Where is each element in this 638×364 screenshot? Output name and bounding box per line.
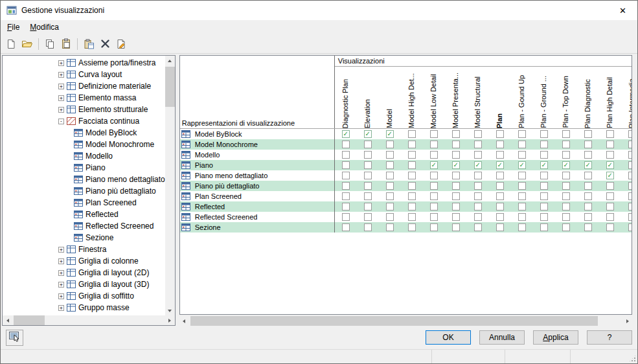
scroll-down-button[interactable] <box>165 306 175 315</box>
select-objects-button[interactable] <box>6 330 23 346</box>
checkbox-unchecked[interactable] <box>628 203 632 210</box>
delete-button[interactable] <box>97 36 113 52</box>
checkbox-unchecked[interactable] <box>430 223 438 231</box>
checkbox-unchecked[interactable] <box>606 192 614 200</box>
checkbox-unchecked[interactable] <box>562 172 570 179</box>
checkbox-unchecked[interactable] <box>584 141 592 148</box>
checkbox-unchecked[interactable] <box>562 130 570 138</box>
checkbox-unchecked[interactable] <box>540 172 548 179</box>
checkbox-unchecked[interactable] <box>628 151 632 159</box>
checkbox-unchecked[interactable] <box>584 182 592 190</box>
checkbox-checked[interactable]: ✓ <box>364 130 372 138</box>
checkbox-unchecked[interactable] <box>540 130 548 138</box>
table-row-reflected[interactable]: Reflected <box>180 201 632 212</box>
checkbox-unchecked[interactable] <box>364 203 372 210</box>
checkbox-unchecked[interactable] <box>496 172 504 179</box>
checkbox-unchecked[interactable] <box>452 172 460 179</box>
checkbox-unchecked[interactable] <box>342 223 350 231</box>
tree-expander-icon[interactable]: + <box>58 84 64 89</box>
tree-expander-icon[interactable]: - <box>58 119 64 124</box>
checkbox-unchecked[interactable] <box>540 151 548 159</box>
checkbox-unchecked[interactable] <box>342 151 350 159</box>
new-file-button[interactable] <box>3 36 19 52</box>
checkbox-unchecked[interactable] <box>430 203 438 210</box>
checkbox-unchecked[interactable] <box>518 213 526 221</box>
checkbox-unchecked[interactable] <box>408 223 416 231</box>
table-row-reflected-screened[interactable]: Reflected Screened <box>180 212 632 222</box>
checkbox-unchecked[interactable] <box>386 182 394 190</box>
tree-item-definizione-materiale[interactable]: +Definizione materiale <box>3 80 165 92</box>
checkbox-checked[interactable]: ✓ <box>342 130 350 138</box>
column-header-model-high-det[interactable]: Model High Det... <box>401 67 423 128</box>
tree-item-griglia-di-colonne[interactable]: +Griglia di colonne <box>3 255 165 267</box>
checkbox-unchecked[interactable] <box>496 182 504 190</box>
checkbox-unchecked[interactable] <box>628 223 632 231</box>
checkbox-unchecked[interactable] <box>408 192 416 200</box>
checkbox-unchecked[interactable] <box>518 182 526 190</box>
checkbox-checked[interactable]: ✓ <box>606 161 614 169</box>
checkbox-unchecked[interactable] <box>518 151 526 159</box>
checkbox-unchecked[interactable] <box>430 141 438 148</box>
checkbox-unchecked[interactable] <box>562 192 570 200</box>
tree-item-reflected-screened[interactable]: Reflected Screened <box>3 220 165 232</box>
tree-item-model-monochrome[interactable]: Model Monochrome <box>3 139 165 150</box>
checkbox-unchecked[interactable] <box>408 141 416 148</box>
column-header-plan-intermedia[interactable]: Plan Intermedia... <box>621 67 632 128</box>
scroll-track[interactable] <box>165 65 175 306</box>
checkbox-unchecked[interactable] <box>430 182 438 190</box>
checkbox-unchecked[interactable] <box>430 151 438 159</box>
column-header-plan-top-down[interactable]: Plan - Top Down <box>555 67 577 128</box>
checkbox-unchecked[interactable] <box>408 130 416 138</box>
ok-button[interactable]: OK <box>426 330 471 345</box>
tree-vertical-scrollbar[interactable] <box>165 56 175 315</box>
checkbox-unchecked[interactable] <box>562 141 570 148</box>
checkbox-checked[interactable]: ✓ <box>474 161 482 169</box>
checkbox-unchecked[interactable] <box>628 161 632 169</box>
checkbox-unchecked[interactable] <box>364 141 372 148</box>
table-row-model-byblock[interactable]: Model ByBlock✓✓✓ <box>180 129 632 139</box>
checkbox-unchecked[interactable] <box>606 130 614 138</box>
checkbox-unchecked[interactable] <box>584 203 592 210</box>
checkbox-unchecked[interactable] <box>430 213 438 221</box>
checkbox-unchecked[interactable] <box>496 223 504 231</box>
tree-item-finestra[interactable]: +Finestra <box>3 244 165 255</box>
tree-expander-icon[interactable]: + <box>58 282 64 288</box>
checkbox-unchecked[interactable] <box>606 203 614 210</box>
checkbox-unchecked[interactable] <box>474 151 482 159</box>
checkbox-unchecked[interactable] <box>606 182 614 190</box>
scroll-left-button[interactable] <box>3 315 12 325</box>
checkbox-unchecked[interactable] <box>364 151 372 159</box>
checkbox-checked[interactable]: ✓ <box>496 161 504 169</box>
checkbox-unchecked[interactable] <box>628 130 632 138</box>
close-button[interactable]: ✕ <box>608 1 637 20</box>
checkbox-unchecked[interactable] <box>540 141 548 148</box>
checkbox-unchecked[interactable] <box>430 130 438 138</box>
checkbox-unchecked[interactable] <box>386 213 394 221</box>
checkbox-unchecked[interactable] <box>584 192 592 200</box>
tree-item-reflected[interactable]: Reflected <box>3 209 165 220</box>
checkbox-checked[interactable]: ✓ <box>562 161 570 169</box>
column-header-model-low-detail[interactable]: Model Low Detail <box>423 67 445 128</box>
checkbox-unchecked[interactable] <box>496 192 504 200</box>
page-edit-button[interactable] <box>113 36 129 52</box>
checkbox-unchecked[interactable] <box>496 203 504 210</box>
checkbox-unchecked[interactable] <box>584 151 592 159</box>
checkbox-unchecked[interactable] <box>606 213 614 221</box>
checkbox-unchecked[interactable] <box>452 141 460 148</box>
table-row-piano-pi-dettagliato[interactable]: Piano più dettagliato <box>180 181 632 191</box>
checkbox-unchecked[interactable] <box>408 213 416 221</box>
checkbox-checked[interactable]: ✓ <box>452 161 460 169</box>
checkbox-checked[interactable]: ✓ <box>386 130 394 138</box>
checkbox-unchecked[interactable] <box>452 182 460 190</box>
checkbox-unchecked[interactable] <box>430 172 438 179</box>
checkbox-unchecked[interactable] <box>540 203 548 210</box>
tree-item-model-byblock[interactable]: Model ByBlock <box>3 127 165 139</box>
checkbox-unchecked[interactable] <box>540 192 548 200</box>
tree-item-piano-meno-dettagliato[interactable]: Piano meno dettagliato <box>3 174 165 185</box>
checkbox-unchecked[interactable] <box>364 172 372 179</box>
checkbox-unchecked[interactable] <box>584 223 592 231</box>
checkbox-unchecked[interactable] <box>518 223 526 231</box>
checkbox-unchecked[interactable] <box>474 223 482 231</box>
table-row-piano[interactable]: Piano✓✓✓✓✓✓✓✓✓ <box>180 160 632 170</box>
tree-expander-icon[interactable]: + <box>58 60 64 66</box>
